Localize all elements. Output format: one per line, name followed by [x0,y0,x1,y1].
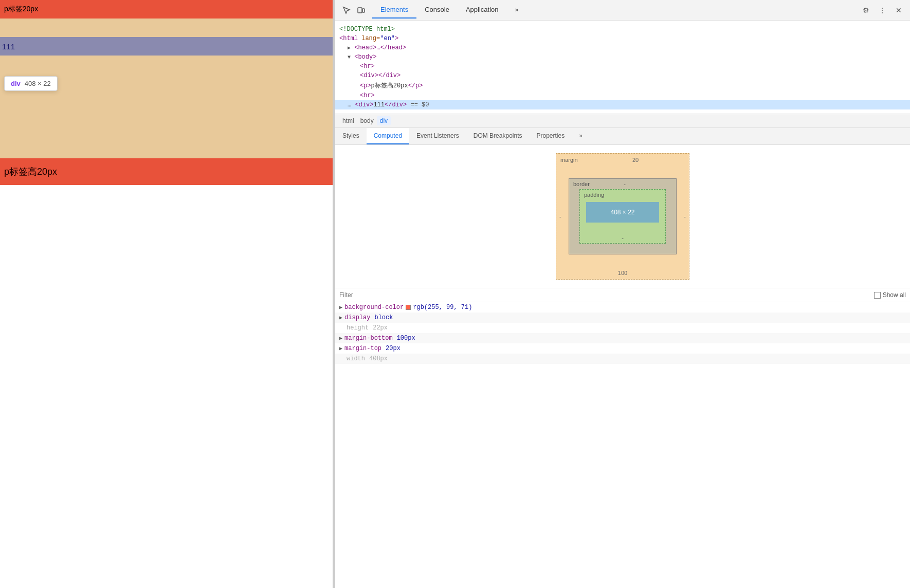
dom-line-head[interactable]: ▶ <head>…</head> [335,43,910,52]
margin-label: margin [560,157,578,163]
css-prop-margin-bottom: ▶ margin-bottom 100px [335,333,910,343]
breadcrumb: html body div [335,114,910,128]
filter-row: Show all [335,288,910,302]
dom-line-hr2[interactable]: <hr> [335,91,910,100]
padding-box: padding 408 × 22 - [579,189,666,244]
red-bar-top: p标签20px [0,0,333,19]
css-properties-list: ▶ background-color rgb(255, 99, 71) ▶ di… [335,302,910,588]
border-label: border [573,181,590,187]
margin-box: margin 20 - - border - [556,153,689,280]
tooltip-tag: div [11,80,21,87]
expand-margin-bottom[interactable]: ▶ [339,335,342,341]
padding-inner: 408 × 22 [586,202,659,223]
purple-bar: 111 [0,37,333,56]
margin-right-value[interactable]: - [684,213,686,219]
breadcrumb-div[interactable]: div [377,116,391,125]
device-icon[interactable] [354,3,368,17]
red-bar-bottom: p标签高20px [0,158,333,185]
tab-styles[interactable]: Styles [335,128,367,144]
more-options-icon[interactable]: ⋮ [875,3,889,17]
tan-bar [0,19,333,37]
padding-bottom-value[interactable]: - [580,235,665,243]
show-all-area: Show all [874,291,906,299]
settings-icon[interactable]: ⚙ [859,3,873,17]
elements-panel: <!DOCTYPE html> <html lang="en"> ▶ <head… [335,21,910,588]
css-prop-display: ▶ display block [335,313,910,323]
devtools-tabs: Elements Console Application » [372,2,527,19]
devtools-header-right: ⚙ ⋮ ✕ [859,3,906,17]
tab-elements[interactable]: Elements [372,2,416,19]
tab-dom-breakpoints[interactable]: DOM Breakpoints [466,128,530,144]
close-icon[interactable]: ✕ [891,3,906,17]
red-bar-top-text: p标签20px [4,5,38,14]
color-swatch-bg [406,305,411,310]
dom-line-div-111[interactable]: … <div>111</div> == $0 [335,100,910,109]
svg-point-2 [359,11,360,12]
css-prop-background-color: ▶ background-color rgb(255, 99, 71) [335,302,910,313]
preview-content: p标签20px 111 p标签高20px [0,0,333,185]
inspect-icon[interactable] [339,3,354,17]
margin-inner: border - padding 4 [569,178,677,254]
expand-display[interactable]: ▶ [339,315,342,321]
dom-line-doctype: <!DOCTYPE html> [335,25,910,34]
dom-line-html[interactable]: <html lang="en"> [335,34,910,43]
css-prop-width: width 408px [335,354,910,364]
padding-label: padding [584,192,604,198]
expand-background-color[interactable]: ▶ [339,304,342,310]
tab-event-listeners[interactable]: Event Listeners [409,128,466,144]
margin-bottom-value[interactable]: 100 [556,269,689,279]
content-size: 408 × 22 [610,209,634,216]
tab-console[interactable]: Console [416,2,458,19]
dom-line-div-empty[interactable]: <div></div> [335,71,910,80]
dom-tree: <!DOCTYPE html> <html lang="en"> ▶ <head… [335,21,910,114]
css-prop-height: height 22px [335,323,910,333]
content-box: 408 × 22 [586,202,659,223]
show-all-label: Show all [883,291,906,299]
tab-more[interactable]: » [507,2,527,19]
tab-computed[interactable]: Computed [367,128,409,144]
css-prop-margin-top: ▶ margin-top 20px [335,343,910,354]
border-inner: padding 408 × 22 - [579,189,666,244]
filter-input[interactable] [339,291,870,299]
border-value[interactable]: - [624,181,626,187]
box-model-area: margin 20 - - border - [335,145,910,288]
red-bar-bottom-text: p标签高20px [4,166,57,178]
tooltip-size: 408 × 22 [25,80,51,87]
expand-margin-top[interactable]: ▶ [339,345,342,352]
dom-line-hr1[interactable]: <hr> [335,62,910,71]
show-all-checkbox[interactable] [874,292,881,299]
tab-properties[interactable]: Properties [529,128,572,144]
dom-line-body[interactable]: ▼ <body> [335,52,910,62]
devtools-panel: Elements Console Application » ⚙ ⋮ ✕ <!D… [335,0,910,588]
tab-more-inner[interactable]: » [572,128,590,144]
computed-panel: margin 20 - - border - [335,145,910,588]
margin-left-value[interactable]: - [559,213,561,219]
box-model: margin 20 - - border - [556,153,689,280]
dom-line-p[interactable]: <p>p标签高20px</p> [335,80,910,91]
breadcrumb-body[interactable]: body [357,116,377,125]
tab-application[interactable]: Application [458,2,507,19]
purple-bar-text: 111 [2,42,15,51]
border-box: border - padding 4 [569,178,677,254]
element-tooltip: div 408 × 22 [4,76,58,91]
browser-preview: p标签20px 111 p标签高20px div 408 × 22 [0,0,333,588]
inner-tabs: Styles Computed Event Listeners DOM Brea… [335,128,910,145]
devtools-header: Elements Console Application » ⚙ ⋮ ✕ [335,0,910,21]
large-tan-area [0,56,333,158]
breadcrumb-html[interactable]: html [339,116,357,125]
svg-rect-1 [362,9,365,12]
